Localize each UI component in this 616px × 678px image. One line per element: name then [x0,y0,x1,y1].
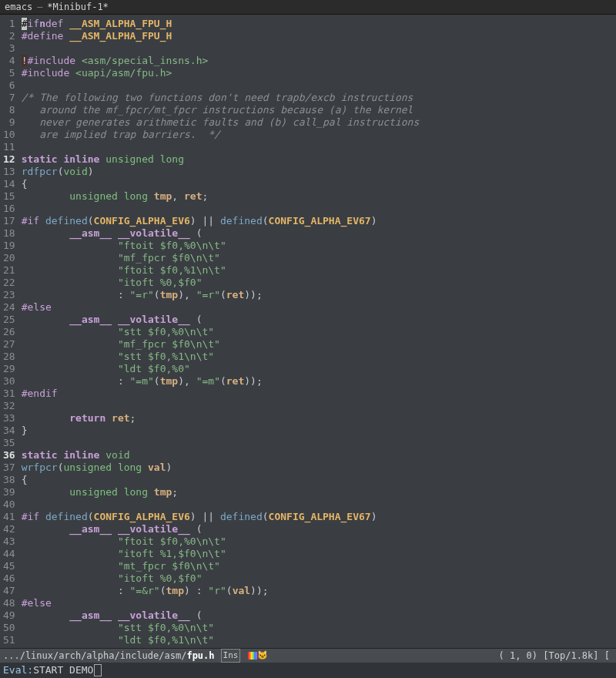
code-line[interactable]: "itoft %0,$f0" [22,572,616,585]
code-line[interactable]: "ldt $f0,%0" [22,363,616,375]
code-line[interactable]: !#include <asm/special_insns.h> [22,55,616,67]
line-number: 23 [3,289,15,301]
code-line[interactable]: unsigned long tmp, ret; [22,190,616,203]
line-number: 48 [3,597,15,609]
line-number: 40 [3,498,15,511]
line-number: 36 [3,449,15,462]
line-number: 27 [3,338,15,351]
title-bar: emacs – *Minibuf-1* [0,0,616,15]
code-line[interactable]: : "=r"(tmp), "=r"(ret)); [22,289,616,301]
line-number: 25 [3,314,15,326]
code-line[interactable]: #ifndef __ASM_ALPHA_FPU_H [22,18,616,30]
emacs-window: emacs – *Minibuf-1* 12345678910111213141… [0,0,616,678]
code-line[interactable]: "ftoit $f0,%0\n\t" [22,240,616,252]
line-number: 6 [3,79,15,92]
code-line[interactable]: static inline unsigned long [22,153,616,166]
code-line[interactable]: never generates arithmetic faults and (b… [22,116,616,129]
code-line[interactable] [22,141,616,153]
line-number: 51 [3,634,15,646]
code-line[interactable]: static inline void [22,449,616,462]
code-line[interactable] [22,400,616,412]
app-name: emacs [5,1,32,13]
line-number: 46 [3,572,15,585]
code-line[interactable]: /* The following two functions don't nee… [22,92,616,104]
code-line[interactable]: wrfpcr(unsigned long val) [22,462,616,474]
line-number: 29 [3,363,15,375]
line-number: 18 [3,227,15,240]
code-line[interactable]: "itoft %0,$f0" [22,277,616,289]
code-line[interactable]: } [22,425,616,437]
code-line[interactable]: are implied trap barriers. */ [22,129,616,141]
line-number: 22 [3,277,15,289]
line-number: 38 [3,474,15,486]
mode-line-filename: fpu.h [186,649,214,662]
code-line[interactable]: "stt $f0,%0\n\t" [22,622,616,634]
code-line[interactable]: __asm__ __volatile__ ( [22,314,616,326]
line-number: 50 [3,622,15,634]
code-line[interactable]: #if defined(CONFIG_ALPHA_EV6) || defined… [22,215,616,227]
code-line[interactable]: #endif [22,388,616,400]
line-number: 10 [3,129,15,141]
line-number: 2 [3,30,15,42]
line-number: 45 [3,560,15,572]
code-line[interactable]: __asm__ __volatile__ ( [22,227,616,240]
code-line[interactable]: #include <uapi/asm/fpu.h> [22,67,616,79]
code-line[interactable]: unsigned long tmp; [22,486,616,498]
code-line[interactable]: "mt_fpcr $f0\n\t" [22,560,616,572]
line-number: 21 [3,264,15,277]
line-number: 41 [3,511,15,523]
code-line[interactable]: "ldt $f0,%1\n\t" [22,634,616,646]
minibuffer-prompt: Eval: [3,664,33,676]
code-line[interactable]: return ret; [22,412,616,425]
line-number: 8 [3,104,15,116]
mode-line-position: ( 1, 0) [Top/1.8k] [ [499,649,611,662]
nyan-cat-glyph: 🐱 [257,649,268,662]
code-line[interactable]: "stt $f0,%1\n\t" [22,351,616,363]
code-line[interactable] [22,203,616,215]
line-number: 16 [3,203,15,215]
code-line[interactable]: around the mf_fpcr/mt_fpcr instructions … [22,104,616,116]
line-number: 43 [3,535,15,548]
code-line[interactable]: "mf_fpcr $f0\n\t" [22,338,616,351]
code-line[interactable]: "ftoit $f0,%1\n\t" [22,264,616,277]
code-line[interactable]: "stt $f0,%0\n\t" [22,326,616,338]
title-dash: – [37,1,42,13]
code-line[interactable]: #define __ASM_ALPHA_FPU_H [22,30,616,42]
code-line[interactable]: "itoft %1,$f0\n\t" [22,548,616,560]
code-line[interactable]: "ftoit $f0,%0\n\t" [22,535,616,548]
minibuffer-cursor [94,664,102,676]
code-line[interactable]: #else [22,301,616,314]
mode-line: .../linux/arch/alpha/include/asm/ fpu.h … [0,648,616,663]
line-number: 17 [3,215,15,227]
code-line[interactable] [22,42,616,55]
code-line[interactable] [22,437,616,449]
line-number: 26 [3,326,15,338]
editor-area[interactable]: 1234567891011121314151617181920212223242… [0,15,616,648]
minibuffer[interactable]: Eval: START DEMO [0,663,616,678]
code-line[interactable]: __asm__ __volatile__ ( [22,609,616,622]
line-number: 31 [3,388,15,400]
line-number: 19 [3,240,15,252]
code-line[interactable]: rdfpcr(void) [22,166,616,178]
code-content[interactable]: #ifndef __ASM_ALPHA_FPU_H#define __ASM_A… [20,15,616,648]
line-number: 44 [3,548,15,560]
code-line[interactable] [22,498,616,511]
code-line[interactable]: #if defined(CONFIG_ALPHA_EV6) || defined… [22,511,616,523]
code-line[interactable]: { [22,178,616,190]
line-number: 39 [3,486,15,498]
line-number: 1 [3,18,15,30]
code-line[interactable]: { [22,474,616,486]
line-number: 12 [3,153,15,166]
line-number: 3 [3,42,15,55]
minibuffer-input[interactable]: START DEMO [33,664,93,676]
line-number: 13 [3,166,15,178]
code-line[interactable]: : "=&r"(tmp) : "r"(val)); [22,585,616,597]
code-line[interactable] [22,79,616,92]
code-line[interactable]: "mf_fpcr $f0\n\t" [22,252,616,264]
code-line[interactable]: __asm__ __volatile__ ( [22,523,616,535]
line-number: 33 [3,412,15,425]
code-line[interactable]: #else [22,597,616,609]
line-number: 20 [3,252,15,264]
line-number: 32 [3,400,15,412]
code-line[interactable]: : "=m"(tmp), "=m"(ret)); [22,375,616,388]
